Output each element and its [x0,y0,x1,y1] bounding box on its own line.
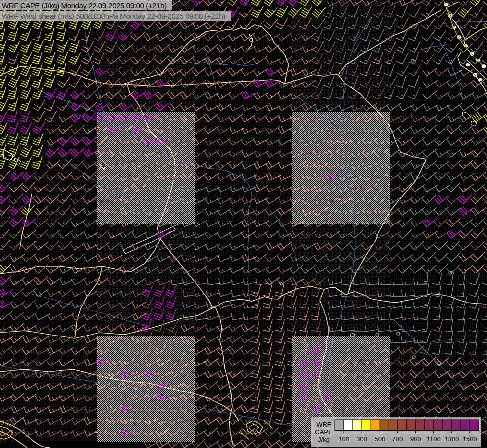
svg-text:500: 500 [374,435,385,443]
svg-text:J/kg: J/kg [318,436,330,443]
svg-text:900: 900 [410,435,421,443]
svg-text:100: 100 [338,435,349,443]
svg-text:700: 700 [392,435,403,443]
svg-text:300: 300 [356,435,367,443]
svg-text:CAPE: CAPE [315,428,333,436]
svg-text:WRF: WRF [316,421,331,428]
svg-text:1300: 1300 [444,435,459,443]
svg-text:1500: 1500 [462,435,477,443]
svg-text:1100: 1100 [427,435,441,443]
